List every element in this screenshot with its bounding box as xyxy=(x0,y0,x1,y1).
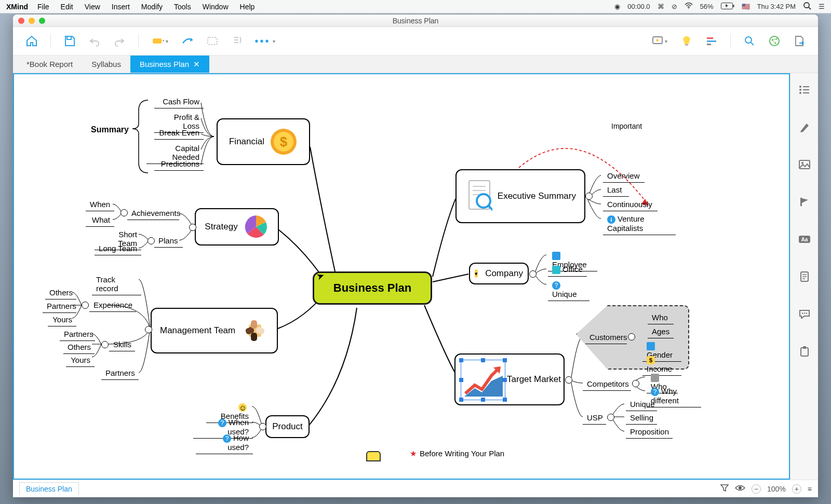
sub-venture-capitalists[interactable]: iVenture Capitalists xyxy=(603,212,676,235)
node-strategy[interactable]: Strategy xyxy=(195,208,279,246)
wifi-icon[interactable] xyxy=(685,3,693,10)
menu-icon[interactable]: ☰ xyxy=(819,3,825,10)
sub-continuously[interactable]: Continuously xyxy=(603,198,658,211)
fit-button[interactable]: ≡ xyxy=(808,485,812,493)
image-panel-button[interactable] xyxy=(797,158,812,171)
sub-exp-others[interactable]: Others xyxy=(45,286,76,299)
flag-icon[interactable]: 🇺🇸 xyxy=(742,3,750,10)
eye-icon[interactable] xyxy=(735,484,745,493)
format-panel-button[interactable] xyxy=(797,121,812,133)
bluetooth-icon[interactable]: ⌘ xyxy=(658,3,664,10)
brainstorm-button[interactable] xyxy=(677,33,696,49)
sub-cash-flow[interactable]: Cash Flow xyxy=(154,95,204,108)
menu-window[interactable]: Window xyxy=(203,3,229,11)
sub-usp[interactable]: USP xyxy=(583,411,606,425)
sub-experience[interactable]: Experience xyxy=(89,298,136,312)
sheet-tab[interactable]: Business Plan xyxy=(19,482,79,495)
summary-label[interactable]: Summary xyxy=(91,125,129,134)
relationship-button[interactable] xyxy=(178,33,197,49)
undo-button[interactable] xyxy=(85,33,104,49)
sub-skills-others[interactable]: Others xyxy=(63,340,95,354)
sub-usp-unique[interactable]: Unique xyxy=(626,398,657,411)
menu-tools[interactable]: Tools xyxy=(174,3,191,11)
sub-last[interactable]: Last xyxy=(603,183,629,197)
sub-exp-partners[interactable]: Partners xyxy=(43,299,76,313)
sub-office[interactable]: Office xyxy=(548,263,587,277)
sub-track-record[interactable]: Track record xyxy=(92,273,141,295)
sub-team-partners[interactable]: Partners xyxy=(101,366,139,380)
sub-usp-selling[interactable]: Selling xyxy=(626,411,657,425)
titlebar: Business Plan xyxy=(13,15,818,27)
node-exec-summary[interactable]: Executive Summary xyxy=(455,169,585,223)
sub-ages[interactable]: Ages xyxy=(648,325,674,338)
sub-usp-proposition[interactable]: Proposition xyxy=(626,425,673,439)
sub-achievements[interactable]: Achievements xyxy=(127,207,179,220)
present-button[interactable]: ▾ xyxy=(647,33,671,49)
important-label[interactable]: Important xyxy=(611,122,642,130)
battery-icon[interactable] xyxy=(721,3,734,11)
boundary-button[interactable] xyxy=(203,33,222,49)
callout-node[interactable] xyxy=(366,451,381,461)
menu-insert[interactable]: Insert xyxy=(112,3,130,11)
menu-edit[interactable]: Edit xyxy=(61,3,73,11)
dnd-icon[interactable]: ⊘ xyxy=(672,3,677,10)
tab-book-report[interactable]: *Book Report xyxy=(17,56,82,73)
export-button[interactable] xyxy=(790,33,809,49)
tab-syllabus[interactable]: Syllabus xyxy=(82,56,130,73)
sub-when[interactable]: When xyxy=(86,198,114,211)
node-target-market[interactable]: Target Market xyxy=(454,353,565,405)
task-panel-button[interactable] xyxy=(797,345,812,358)
node-team[interactable]: Management Team xyxy=(151,308,278,353)
share-button[interactable] xyxy=(765,33,784,49)
more-button[interactable]: •••▾ xyxy=(253,33,277,49)
outline-panel-button[interactable] xyxy=(797,84,812,96)
svg-text:$: $ xyxy=(280,134,288,149)
sub-plans[interactable]: Plans xyxy=(154,234,183,248)
menubar-app[interactable]: XMind xyxy=(6,3,28,11)
node-product[interactable]: Product xyxy=(265,415,310,438)
record-icon[interactable]: ◉ xyxy=(614,3,620,10)
sub-skills-yours[interactable]: Yours xyxy=(66,353,95,367)
node-company[interactable]: ▾ Company xyxy=(469,263,529,284)
root-node[interactable]: Business Plan xyxy=(313,271,432,305)
spotlight-icon[interactable] xyxy=(803,2,811,11)
redo-button[interactable] xyxy=(110,33,129,49)
sub-what[interactable]: What xyxy=(86,213,114,227)
close-tab-icon[interactable]: ✕ xyxy=(193,60,200,69)
sub-break-even[interactable]: Break Even xyxy=(154,126,204,140)
menu-view[interactable]: View xyxy=(85,3,100,11)
search-button[interactable] xyxy=(740,33,759,49)
sub-skills[interactable]: Skills xyxy=(109,338,135,351)
save-button[interactable] xyxy=(60,33,79,49)
right-sidebar: Aa xyxy=(790,73,818,480)
menu-modify[interactable]: Modify xyxy=(141,3,163,11)
mindmap-canvas[interactable]: Business Plan ➤ Financial $ Summary Cash… xyxy=(13,73,790,480)
menu-help[interactable]: Help xyxy=(240,3,255,11)
sub-unique[interactable]: ?Unique xyxy=(548,278,589,301)
summary-button[interactable] xyxy=(228,33,247,49)
sub-predictions[interactable]: Predictions xyxy=(154,157,204,171)
menu-file[interactable]: File xyxy=(37,3,49,11)
topic-button[interactable]: ▾ xyxy=(148,33,172,49)
sub-how-used[interactable]: ?How used? xyxy=(196,431,253,454)
sub-competitors[interactable]: Competitors xyxy=(583,377,631,391)
sub-long-team[interactable]: Long Team xyxy=(95,242,141,255)
svg-rect-35 xyxy=(803,89,809,90)
zoom-out-button[interactable]: − xyxy=(752,484,761,494)
zoom-in-button[interactable]: + xyxy=(792,484,801,494)
node-financial[interactable]: Financial $ xyxy=(217,118,310,165)
notes-panel-button[interactable] xyxy=(797,270,812,283)
sub-who[interactable]: Who xyxy=(648,311,674,324)
comments-panel-button[interactable] xyxy=(797,308,812,320)
sub-overview[interactable]: Overview xyxy=(603,169,645,183)
font-panel-button[interactable]: Aa xyxy=(797,233,812,246)
marker-panel-button[interactable] xyxy=(797,196,812,208)
callout-before-writing[interactable]: ★Before Writing Your Plan xyxy=(410,449,504,458)
tab-business-plan[interactable]: Business Plan✕ xyxy=(130,56,209,73)
sub-skills-partners[interactable]: Partners xyxy=(60,328,95,341)
sub-customers[interactable]: Customers xyxy=(585,331,627,344)
home-button[interactable] xyxy=(22,33,41,49)
sub-exp-yours[interactable]: Yours xyxy=(48,313,76,326)
gantt-button[interactable] xyxy=(702,33,721,49)
filter-icon[interactable] xyxy=(720,484,729,494)
